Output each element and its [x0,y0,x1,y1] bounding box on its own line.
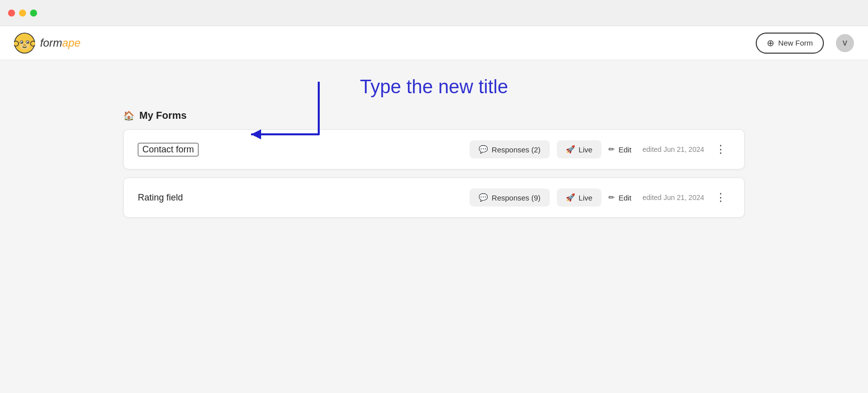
page-title: Type the new title [0,76,868,98]
minimize-button[interactable] [19,10,26,17]
more-options-button[interactable]: ⋮ [711,141,730,158]
live-button[interactable]: 🚀 Live [557,188,602,207]
edited-date: edited Jun 21, 2024 [642,145,704,153]
edited-date: edited Jun 21, 2024 [642,193,704,202]
user-initial: V [842,39,847,47]
live-button[interactable]: 🚀 Live [557,140,602,158]
user-avatar[interactable]: V [836,34,854,52]
responses-label: Responses (9) [492,193,541,202]
form-card: Rating field 💬 Responses (9) 🚀 Live ✏ Ed… [123,177,745,218]
page-title-area: Type the new title [0,60,868,110]
new-form-label: New Form [778,39,813,47]
close-button[interactable] [8,10,15,17]
responses-label: Responses (2) [492,145,541,154]
pencil-icon: ✏ [608,193,615,202]
responses-button[interactable]: 💬 Responses (2) [470,140,550,158]
form-card: Contact form 💬 Responses (2) 🚀 Live ✏ Ed… [123,129,745,169]
section-header: 🏠 My Forms [123,110,745,121]
more-icon: ⋮ [715,191,726,204]
edit-label: Edit [618,145,631,154]
chat-icon: 💬 [479,193,488,202]
live-label: Live [579,193,593,202]
svg-point-1 [14,41,19,46]
form-name-editable[interactable]: Contact form [138,143,198,156]
traffic-lights [8,10,37,17]
chat-icon: 💬 [479,145,488,154]
header-right: ⊕ New Form V [756,33,854,54]
form-actions: 💬 Responses (2) 🚀 Live ✏ Edit edited Jun… [470,140,730,158]
svg-point-7 [27,42,29,43]
svg-point-8 [23,44,26,46]
new-form-button[interactable]: ⊕ New Form [756,33,824,54]
rocket-icon: 🚀 [566,145,575,154]
form-name: Rating field [138,192,183,203]
form-name-container: Contact form [138,143,198,156]
logo-form: form [40,37,62,49]
logo-ape: ape [62,37,81,49]
svg-point-6 [21,42,23,43]
edit-button[interactable]: ✏ Edit [608,193,631,202]
responses-button[interactable]: 💬 Responses (9) [470,188,550,207]
plus-icon: ⊕ [767,38,774,49]
edit-label: Edit [618,193,631,202]
logo[interactable]: formape [14,33,81,54]
home-icon: 🏠 [123,110,134,121]
header: formape ⊕ New Form V [0,26,868,60]
svg-point-2 [31,41,35,46]
main-content: 🏠 My Forms Contact form 💬 Responses (2) … [83,110,785,218]
form-actions: 💬 Responses (9) 🚀 Live ✏ Edit edited Jun… [470,188,730,207]
live-label: Live [579,145,593,154]
logo-text: formape [40,37,81,50]
logo-icon [14,33,35,54]
more-icon: ⋮ [715,143,726,155]
my-forms-title: My Forms [139,110,186,121]
form-card-wrapper-1: Contact form 💬 Responses (2) 🚀 Live ✏ Ed… [123,129,745,169]
more-options-button[interactable]: ⋮ [711,189,730,206]
edit-button[interactable]: ✏ Edit [608,145,631,154]
pencil-icon: ✏ [608,145,615,154]
titlebar [0,0,868,26]
rocket-icon: 🚀 [566,193,575,202]
maximize-button[interactable] [30,10,37,17]
form-name-container: Rating field [138,192,183,203]
